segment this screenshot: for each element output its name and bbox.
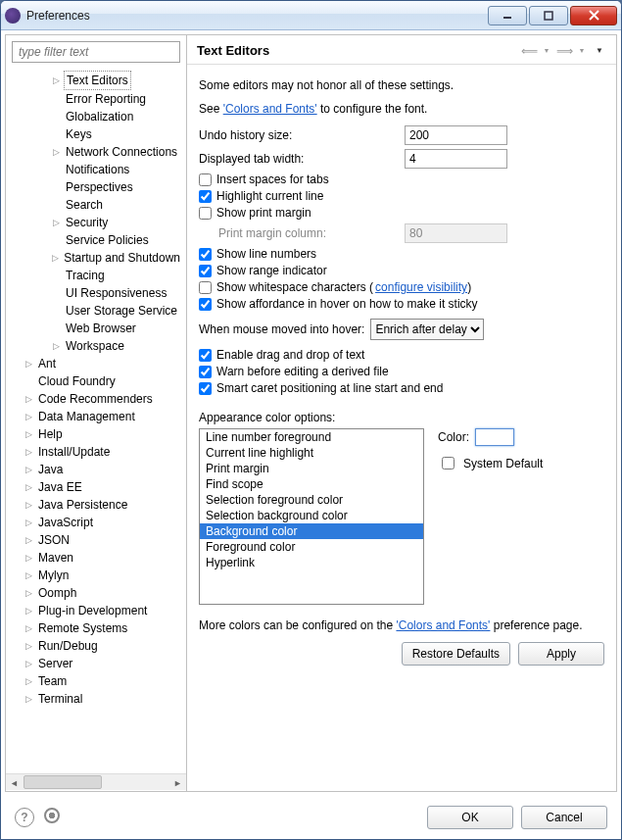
tree-item[interactable]: ▷Server xyxy=(6,655,186,672)
tree-item[interactable]: ▷JSON xyxy=(6,531,186,549)
maximize-button[interactable] xyxy=(529,6,568,25)
color-option[interactable]: Selection foreground color xyxy=(200,492,423,508)
expand-icon[interactable]: ▷ xyxy=(24,690,34,708)
drag-drop-checkbox[interactable] xyxy=(199,349,212,362)
tree-item[interactable]: ▷Plug-in Development xyxy=(6,602,186,619)
expand-icon[interactable]: ▷ xyxy=(51,214,62,231)
smart-caret-checkbox[interactable] xyxy=(199,382,212,395)
color-option[interactable]: Hyperlink xyxy=(200,555,423,570)
color-option[interactable]: Selection background color xyxy=(200,508,423,523)
color-options-list[interactable]: Line number foregroundCurrent line highl… xyxy=(199,428,424,605)
expand-icon[interactable]: ▷ xyxy=(51,337,62,355)
tree-item[interactable]: ▷Error Reporting xyxy=(6,90,186,108)
tree-item[interactable]: ▷Cloud Foundry xyxy=(6,372,186,390)
warn-derived-checkbox[interactable] xyxy=(199,366,212,378)
insert-spaces-checkbox[interactable] xyxy=(199,173,212,186)
tree-item[interactable]: ▷Install/Update xyxy=(6,443,186,461)
color-option[interactable]: Print margin xyxy=(200,461,423,476)
colors-fonts-link-2[interactable]: 'Colors and Fonts' xyxy=(396,618,490,632)
expand-icon[interactable]: ▷ xyxy=(24,390,34,408)
back-menu-icon[interactable]: ▼ xyxy=(540,44,553,58)
line-numbers-checkbox[interactable] xyxy=(199,248,212,261)
tree-item[interactable]: ▷Globalization xyxy=(6,108,186,125)
tree-item[interactable]: ▷Maven xyxy=(6,549,186,567)
restore-defaults-button[interactable]: Restore Defaults xyxy=(402,642,510,666)
expand-icon[interactable]: ▷ xyxy=(51,72,62,89)
hover-select[interactable]: Enrich after delay xyxy=(370,319,484,340)
expand-icon[interactable]: ▷ xyxy=(24,408,34,425)
expand-icon[interactable]: ▷ xyxy=(24,619,34,637)
titlebar[interactable]: Preferences xyxy=(1,1,621,30)
whitespace-checkbox[interactable] xyxy=(199,281,212,294)
expand-icon[interactable]: ▷ xyxy=(24,672,34,690)
color-option[interactable]: Line number foreground xyxy=(200,429,423,445)
expand-icon[interactable]: ▷ xyxy=(24,567,34,584)
expand-icon[interactable]: ▷ xyxy=(24,655,34,672)
tree-item[interactable]: ▷Service Policies xyxy=(6,231,186,249)
expand-icon[interactable]: ▷ xyxy=(24,478,34,496)
scrollbar-thumb[interactable] xyxy=(24,775,102,789)
highlight-line-checkbox[interactable] xyxy=(199,190,212,203)
tree-item[interactable]: ▷Startup and Shutdown xyxy=(6,249,186,267)
tree-item[interactable]: ▷Ant xyxy=(6,355,186,372)
tree-item[interactable]: ▷Perspectives xyxy=(6,178,186,196)
help-icon[interactable]: ? xyxy=(15,808,34,827)
tree-item[interactable]: ▷Search xyxy=(6,196,186,214)
forward-icon[interactable]: ⟹ xyxy=(557,44,571,58)
tree-item[interactable]: ▷Network Connections xyxy=(6,143,186,161)
tree-item[interactable]: ▷JavaScript xyxy=(6,514,186,531)
expand-icon[interactable]: ▷ xyxy=(24,425,34,443)
forward-menu-icon[interactable]: ▼ xyxy=(575,44,589,58)
tree-item[interactable]: ▷Run/Debug xyxy=(6,637,186,655)
tree-item[interactable]: ▷Team xyxy=(6,672,186,690)
tree-item[interactable]: ▷Workspace xyxy=(6,337,186,355)
tree-item[interactable]: ▷Mylyn xyxy=(6,567,186,584)
tree-item[interactable]: ▷Help xyxy=(6,425,186,443)
import-export-icon[interactable] xyxy=(44,808,60,823)
tree-item[interactable]: ▷Notifications xyxy=(6,161,186,178)
cancel-button[interactable]: Cancel xyxy=(521,806,607,829)
color-swatch-button[interactable] xyxy=(475,428,514,446)
color-option[interactable]: Current line highlight xyxy=(200,445,423,461)
expand-icon[interactable]: ▷ xyxy=(24,602,34,619)
tree-item[interactable]: ▷Tracing xyxy=(6,267,186,284)
tree-item[interactable]: ▷Security xyxy=(6,214,186,231)
tree-item[interactable]: ▷UI Responsiveness xyxy=(6,284,186,302)
expand-icon[interactable]: ▷ xyxy=(24,584,34,602)
tree-item[interactable]: ▷Text Editors xyxy=(6,71,186,90)
expand-icon[interactable]: ▷ xyxy=(24,531,34,549)
tree-item[interactable]: ▷Java xyxy=(6,461,186,478)
tree-item[interactable]: ▷Java Persistence xyxy=(6,496,186,514)
tree-item[interactable]: ▷User Storage Service xyxy=(6,302,186,320)
tree-item[interactable]: ▷Code Recommenders xyxy=(6,390,186,408)
expand-icon[interactable]: ▷ xyxy=(24,514,34,531)
undo-history-input[interactable] xyxy=(405,125,507,145)
configure-visibility-link[interactable]: configure visibility xyxy=(375,280,467,294)
apply-button[interactable]: Apply xyxy=(518,642,604,666)
tree-item[interactable]: ▷Data Management xyxy=(6,408,186,425)
tree-horizontal-scrollbar[interactable]: ◄ ► xyxy=(6,773,186,790)
filter-input[interactable] xyxy=(12,41,180,63)
minimize-button[interactable] xyxy=(488,6,527,25)
view-menu-icon[interactable]: ▼ xyxy=(593,44,606,58)
category-tree[interactable]: ▷Text Editors▷Error Reporting▷Globalizat… xyxy=(6,69,186,773)
back-icon[interactable]: ⟸ xyxy=(522,44,536,58)
range-indicator-checkbox[interactable] xyxy=(199,265,212,277)
color-option[interactable]: Background color xyxy=(200,523,423,539)
ok-button[interactable]: OK xyxy=(427,806,513,829)
expand-icon[interactable]: ▷ xyxy=(24,637,34,655)
expand-icon[interactable]: ▷ xyxy=(24,355,34,372)
expand-icon[interactable]: ▷ xyxy=(24,443,34,461)
tree-item[interactable]: ▷Web Browser xyxy=(6,320,186,337)
tab-width-input[interactable] xyxy=(405,149,507,169)
tree-item[interactable]: ▷Oomph xyxy=(6,584,186,602)
expand-icon[interactable]: ▷ xyxy=(51,143,62,161)
color-option[interactable]: Find scope xyxy=(200,476,423,492)
expand-icon[interactable]: ▷ xyxy=(51,249,60,267)
expand-icon[interactable]: ▷ xyxy=(24,461,34,478)
tree-item[interactable]: ▷Keys xyxy=(6,125,186,143)
tree-item[interactable]: ▷Terminal xyxy=(6,690,186,708)
close-button[interactable] xyxy=(570,6,617,25)
tree-item[interactable]: ▷Java EE xyxy=(6,478,186,496)
colors-fonts-link[interactable]: 'Colors and Fonts' xyxy=(223,102,317,116)
